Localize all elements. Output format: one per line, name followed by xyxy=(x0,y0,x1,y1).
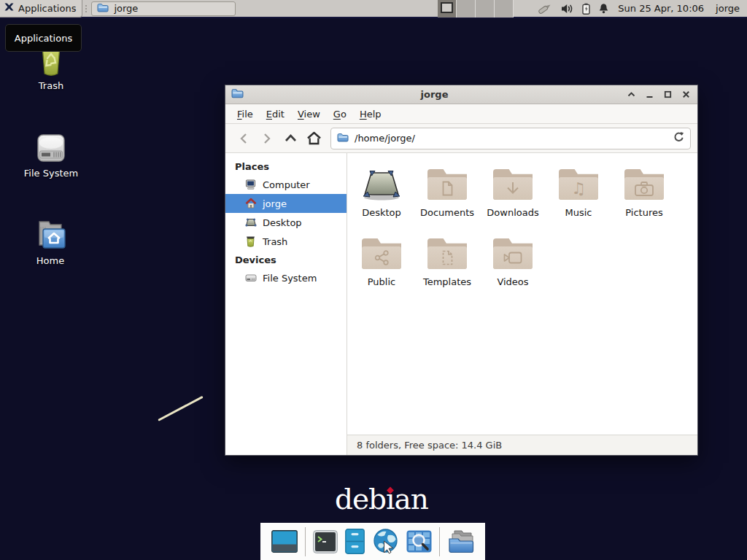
file-item-documents[interactable]: Documents xyxy=(414,163,480,233)
file-label: Pictures xyxy=(625,207,662,218)
panel-clock[interactable]: Sun 25 Apr, 10:06 xyxy=(618,3,704,14)
status-bar: 8 folders, Free space: 14.4 GiB xyxy=(347,435,697,455)
taskbar-window-button[interactable]: jorge xyxy=(91,1,236,16)
file-manager-icon[interactable] xyxy=(447,529,475,553)
minimize-button[interactable] xyxy=(643,89,655,101)
top-panel: Applications jorge Sun 25 Apr, 10:06 jor… xyxy=(0,0,747,18)
harddrive-icon xyxy=(18,128,85,165)
desktop-icon-label: Trash xyxy=(18,80,85,91)
system-tray xyxy=(537,2,609,15)
dock-separator xyxy=(305,527,306,556)
sidebar-item-label: Desktop xyxy=(263,217,302,228)
documents-folder-icon xyxy=(427,163,467,206)
file-manager-window: jorge File Edit View Go Help xyxy=(225,85,698,456)
workspace-3[interactable] xyxy=(476,0,495,18)
applications-menu-button[interactable]: Applications xyxy=(0,0,82,18)
path-bar[interactable]: /home/jorge/ xyxy=(330,128,691,149)
dock-separator xyxy=(439,527,440,556)
debian-logo-red-dot: ı xyxy=(386,483,394,516)
desktop-icon-file-system[interactable]: File System xyxy=(18,128,85,179)
music-folder-icon xyxy=(559,163,598,206)
path-input[interactable]: /home/jorge/ xyxy=(355,133,667,144)
sidebar-item-label: jorge xyxy=(263,198,287,209)
maximize-button[interactable] xyxy=(662,89,673,101)
window-titlebar[interactable]: jorge xyxy=(225,85,697,104)
battery-icon[interactable] xyxy=(582,3,590,15)
workspace-switcher xyxy=(438,0,514,18)
user-home-icon xyxy=(244,198,257,209)
file-item-downloads[interactable]: Downloads xyxy=(480,163,546,233)
trash-icon xyxy=(244,236,257,247)
sidebar-item-trash[interactable]: Trash xyxy=(225,232,347,251)
workspace-1[interactable] xyxy=(438,0,457,18)
desktop-root: { "panel": { "applications_label": "Appl… xyxy=(0,0,747,560)
reload-icon[interactable] xyxy=(673,131,684,145)
downloads-folder-icon xyxy=(493,163,533,206)
menu-go[interactable]: Go xyxy=(327,105,353,123)
menu-file[interactable]: File xyxy=(231,105,260,123)
window-title: jorge xyxy=(244,89,625,100)
folder-icon xyxy=(97,1,109,15)
file-item-music[interactable]: Music xyxy=(546,163,611,233)
volume-icon[interactable] xyxy=(561,4,574,14)
file-label: Videos xyxy=(497,276,528,287)
music-notes-glyph xyxy=(571,179,586,198)
home-button[interactable] xyxy=(302,128,325,149)
file-label: Templates xyxy=(423,276,471,287)
workspace-4[interactable] xyxy=(495,0,514,18)
sidebar-item-label: Trash xyxy=(263,236,287,247)
file-label: Desktop xyxy=(362,207,401,218)
status-text: 8 folders, Free space: 14.4 GiB xyxy=(357,440,502,451)
menu-view[interactable]: View xyxy=(291,105,327,123)
sidebar-places-header: Places xyxy=(225,158,347,175)
sidebar-item-desktop[interactable]: Desktop xyxy=(225,213,347,232)
applications-tooltip-text: Applications xyxy=(15,33,72,44)
window-body: Places Computer jorge Desktop xyxy=(225,153,697,455)
stylus-tool-icon[interactable] xyxy=(537,2,553,15)
file-label: Documents xyxy=(420,207,474,218)
dock xyxy=(260,523,485,560)
workspace-2[interactable] xyxy=(457,0,476,18)
back-button[interactable] xyxy=(232,128,255,149)
pathbar-folder-icon xyxy=(337,131,349,145)
tasklist-handle[interactable] xyxy=(84,3,88,15)
computer-icon xyxy=(244,179,257,190)
workspace-window-thumb xyxy=(441,2,453,13)
xfce-applications-icon xyxy=(4,1,15,15)
home-folder-icon xyxy=(17,216,84,252)
sidebar-item-file-system[interactable]: File System xyxy=(225,268,347,287)
desktop-icon-label: File System xyxy=(18,168,85,179)
terminal-icon[interactable] xyxy=(313,530,338,553)
up-button[interactable] xyxy=(279,128,302,149)
desktop-icon-home[interactable]: Home xyxy=(17,216,84,266)
public-folder-icon xyxy=(362,233,401,275)
web-browser-icon[interactable] xyxy=(372,528,399,555)
file-cabinet-icon[interactable] xyxy=(345,529,365,554)
sidebar-item-label: File System xyxy=(263,273,317,284)
show-desktop-icon[interactable] xyxy=(271,530,298,553)
sidebar-item-jorge[interactable]: jorge xyxy=(225,194,347,213)
file-item-templates[interactable]: Templates xyxy=(414,233,480,302)
sidebar-item-computer[interactable]: Computer xyxy=(225,175,347,194)
menu-edit[interactable]: Edit xyxy=(260,105,291,123)
panel-username[interactable]: jorge xyxy=(716,3,740,14)
sidebar: Places Computer jorge Desktop xyxy=(225,153,347,455)
applications-menu-label: Applications xyxy=(18,3,76,14)
file-item-videos[interactable]: Videos xyxy=(480,233,546,302)
debian-logo: debıan xyxy=(335,483,428,516)
forward-button[interactable] xyxy=(255,128,279,149)
app-finder-icon[interactable] xyxy=(406,530,432,553)
file-item-pictures[interactable]: Pictures xyxy=(611,163,677,233)
menu-bar: File Edit View Go Help xyxy=(225,104,697,124)
shade-button[interactable] xyxy=(625,89,637,101)
pictures-folder-icon xyxy=(624,163,664,206)
desktop-icon-label: Home xyxy=(17,255,84,266)
file-item-desktop[interactable]: Desktop xyxy=(349,163,414,233)
notification-bell-icon[interactable] xyxy=(598,3,609,15)
sidebar-devices-header: Devices xyxy=(225,251,347,268)
file-item-public[interactable]: Public xyxy=(349,233,414,302)
wallpaper-scribble-line xyxy=(158,396,203,421)
close-button[interactable] xyxy=(680,89,692,101)
menu-help[interactable]: Help xyxy=(353,105,388,123)
taskbar-window-label: jorge xyxy=(114,3,138,14)
